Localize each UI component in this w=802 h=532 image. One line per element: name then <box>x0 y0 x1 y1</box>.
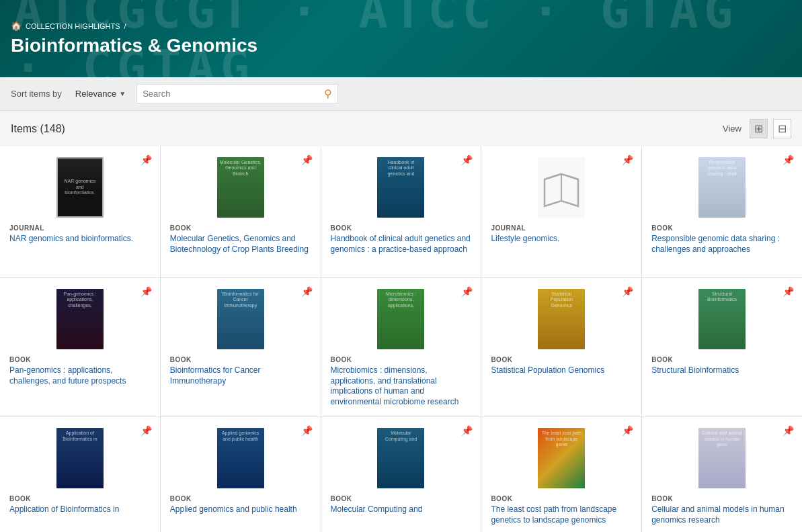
item-title[interactable]: Statistical Population Genomics <box>491 365 604 376</box>
item-type: BOOK <box>9 495 31 502</box>
item-card: 📌Pan-genomics : applications, challenges… <box>0 278 160 416</box>
breadcrumb-separator: / <box>124 22 126 30</box>
item-title[interactable]: Pan-genomics : applications, challenges,… <box>9 365 151 386</box>
pin-icon[interactable]: 📌 <box>141 425 152 436</box>
item-title[interactable]: Lifestyle genomics. <box>491 234 559 245</box>
item-title[interactable]: Structural Bioinformatics <box>651 365 739 376</box>
item-card: 📌Molecular Computing andBOOKMolecular Co… <box>321 417 481 532</box>
banner: ATCGCGT · ATCC · GTAG · CGTAG 🏠 COLLECTI… <box>0 0 802 77</box>
item-card: 📌Application of Bioinformatics inBOOKApp… <box>0 417 160 532</box>
pin-icon[interactable]: 📌 <box>141 154 152 165</box>
grid-view-button[interactable]: ⊞ <box>750 119 768 138</box>
item-type: BOOK <box>651 495 673 502</box>
item-type: BOOK <box>491 495 512 502</box>
chevron-down-icon: ▼ <box>119 90 126 97</box>
pin-icon[interactable]: 📌 <box>783 286 794 297</box>
cover-wrap: Molecular Genetics, Genomics and Biotech <box>170 157 311 218</box>
item-cover[interactable]: Cellular and animal models in human geno <box>698 428 746 488</box>
pin-icon[interactable]: 📌 <box>622 154 633 165</box>
pin-icon[interactable]: 📌 <box>461 286 473 297</box>
item-type: JOURNAL <box>9 224 44 232</box>
pin-icon[interactable]: 📌 <box>461 425 473 436</box>
items-count: Items (148) <box>11 123 65 135</box>
item-card: 📌Statistical Population GenomicsBOOKStat… <box>481 278 641 416</box>
search-icon[interactable]: ⚲ <box>324 87 332 100</box>
item-cover[interactable]: Responsible genomic data sharing : chall <box>698 157 746 218</box>
banner-content: 🏠 COLLECTION HIGHLIGHTS / Bioinformatics… <box>11 21 257 56</box>
item-title[interactable]: NAR genomics and bioinformatics. <box>9 234 133 245</box>
cover-wrap: The least cost path from landscape genet <box>491 428 632 488</box>
item-card: 📌Handbook of clinical adult genetics and… <box>321 146 481 277</box>
items-header: Items (148) View ⊞ ⊟ <box>0 111 802 146</box>
view-controls: View ⊞ ⊟ <box>723 119 791 138</box>
pin-icon[interactable]: 📌 <box>783 154 794 165</box>
item-type: BOOK <box>170 224 192 232</box>
pin-icon[interactable]: 📌 <box>141 286 152 297</box>
item-title[interactable]: The least cost path from landscape genet… <box>491 504 632 525</box>
item-cover[interactable]: Molecular Genetics, Genomics and Biotech <box>217 157 264 218</box>
item-title[interactable]: Handbook of clinical adult genetics and … <box>331 234 472 255</box>
cover-wrap <box>491 157 632 218</box>
item-title[interactable]: Molecular Computing and <box>331 504 423 515</box>
item-cover[interactable]: Application of Bioinformatics in <box>56 428 104 488</box>
main-content: 📌NAR genomics and bioinformatics.JOURNAL… <box>0 146 802 532</box>
sort-select[interactable]: Relevance ▼ <box>75 89 126 99</box>
item-type: BOOK <box>331 495 352 502</box>
item-cover[interactable]: Handbook of clinical adult genetics and <box>377 157 424 218</box>
item-cover[interactable]: Pan-genomics : applications, challenges, <box>56 289 104 349</box>
item-type: JOURNAL <box>491 224 526 232</box>
item-card: 📌Structural BioinformaticsBOOKStructural… <box>642 278 802 416</box>
toolbar: Sort items by Relevance ▼ ⚲ <box>0 77 802 111</box>
breadcrumb: 🏠 COLLECTION HIGHLIGHTS / <box>11 21 257 31</box>
item-type: BOOK <box>170 495 192 502</box>
home-icon[interactable]: 🏠 <box>11 21 22 31</box>
pin-icon[interactable]: 📌 <box>301 154 313 165</box>
list-view-button[interactable]: ⊟ <box>773 119 791 138</box>
cover-wrap: Bioinformatics for Cancer Immunotherapy <box>170 289 311 349</box>
item-type: BOOK <box>170 356 192 363</box>
item-title[interactable]: Microbiomics : dimensions, applications,… <box>331 365 472 407</box>
item-type: BOOK <box>651 356 673 363</box>
item-cover[interactable]: Statistical Population Genomics <box>538 289 585 349</box>
pin-icon[interactable]: 📌 <box>301 286 313 297</box>
item-card: 📌NAR genomics and bioinformatics.JOURNAL… <box>0 146 160 277</box>
search-input[interactable] <box>143 89 324 99</box>
item-type: BOOK <box>331 356 352 363</box>
item-cover[interactable]: NAR genomics and bioinformatics. <box>56 157 104 218</box>
pin-icon[interactable]: 📌 <box>622 286 633 297</box>
item-title[interactable]: Application of Bioinformatics in <box>9 504 119 515</box>
item-cover[interactable]: Applied genomics and public health <box>217 428 264 488</box>
item-card: 📌Molecular Genetics, Genomics and Biotec… <box>161 146 321 277</box>
item-card: 📌Microbiomics : dimensions, applications… <box>321 278 481 416</box>
cover-wrap: Applied genomics and public health <box>170 428 311 488</box>
items-grid: 📌NAR genomics and bioinformatics.JOURNAL… <box>0 146 802 532</box>
item-card: 📌Responsible genomic data sharing : chal… <box>642 146 802 277</box>
pin-icon[interactable]: 📌 <box>461 154 473 165</box>
cover-wrap: Cellular and animal models in human geno <box>651 428 793 488</box>
item-type: BOOK <box>491 356 512 363</box>
item-cover[interactable]: Structural Bioinformatics <box>698 289 746 349</box>
cover-wrap: NAR genomics and bioinformatics. <box>9 157 151 218</box>
item-cover[interactable]: Bioinformatics for Cancer Immunotherapy <box>217 289 264 349</box>
pin-icon[interactable]: 📌 <box>783 425 794 436</box>
item-title[interactable]: Responsible genomic data sharing : chall… <box>651 234 793 255</box>
item-card: 📌 JOURNALLifestyle genomics. <box>481 146 641 277</box>
view-label: View <box>723 124 741 134</box>
item-cover[interactable]: Molecular Computing and <box>377 428 424 488</box>
item-title[interactable]: Cellular and animal models in human geno… <box>651 504 793 525</box>
item-title[interactable]: Applied genomics and public health <box>170 504 297 515</box>
cover-wrap: Structural Bioinformatics <box>651 289 793 349</box>
item-card: 📌Applied genomics and public healthBOOKA… <box>161 417 321 532</box>
item-cover[interactable]: The least cost path from landscape genet <box>538 428 585 488</box>
item-card: 📌The least cost path from landscape gene… <box>481 417 641 532</box>
search-container: ⚲ <box>136 84 338 103</box>
cover-wrap: Handbook of clinical adult genetics and <box>331 157 472 218</box>
pin-icon[interactable]: 📌 <box>622 425 633 436</box>
item-cover[interactable]: Microbiomics : dimensions, applications, <box>377 289 424 349</box>
item-title[interactable]: Molecular Genetics, Genomics and Biotech… <box>170 234 311 255</box>
breadcrumb-label[interactable]: COLLECTION HIGHLIGHTS <box>26 22 120 30</box>
cover-wrap: Application of Bioinformatics in <box>9 428 151 488</box>
page-title: Bioinformatics & Genomics <box>11 35 257 56</box>
pin-icon[interactable]: 📌 <box>301 425 313 436</box>
item-title[interactable]: Bioinformatics for Cancer Immunotherapy <box>170 365 311 386</box>
